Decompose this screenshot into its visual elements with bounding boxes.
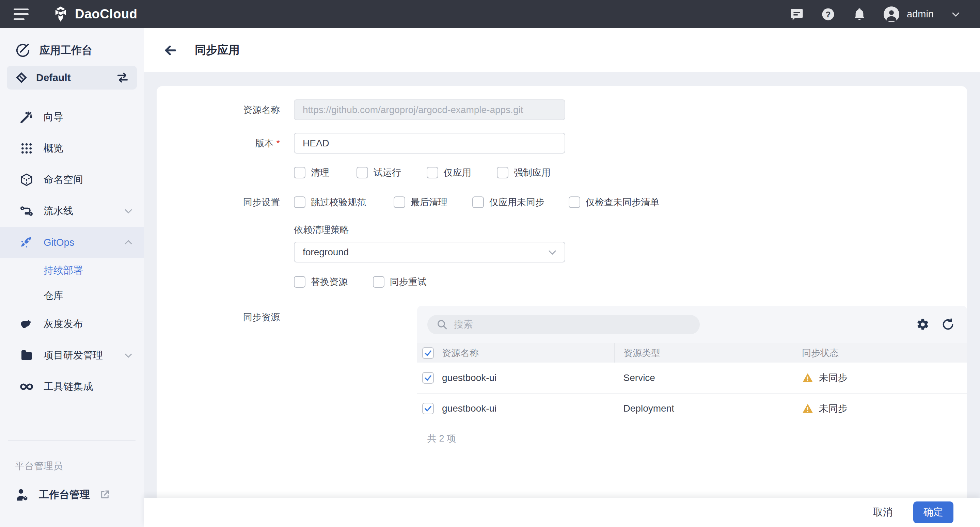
- select-chevron-down-icon: [547, 247, 558, 258]
- sync-settings-row: 同步设置 跳过校验规范 最后清理 仅应用未同步 仅检查未同步清单: [157, 196, 967, 208]
- topbar: DaoCloud ? admin: [0, 0, 980, 28]
- resource-type: Deployment: [615, 393, 793, 424]
- sidebar-item-pipelines[interactable]: 流水线: [0, 195, 144, 227]
- sync-retry-checkbox[interactable]: 同步重试: [373, 276, 427, 288]
- column-header-name: 资源名称: [442, 347, 479, 359]
- sidebar-bottom-divider: [8, 440, 135, 441]
- admin-user-icon: [15, 487, 29, 502]
- sidebar: 应用工作台 Default 向导 概览: [0, 28, 144, 527]
- apply-out-of-sync-checkbox[interactable]: 仅应用未同步: [472, 196, 569, 208]
- page-titlebar: 同步应用: [144, 28, 980, 72]
- sidebar-item-toolchain[interactable]: 工具链集成: [0, 371, 144, 402]
- infinity-icon: [20, 380, 33, 394]
- sync-resources-row: 同步资源: [157, 306, 967, 455]
- sidebar-item-continuous-deploy[interactable]: 持续部署: [0, 258, 144, 283]
- warning-icon: [802, 403, 813, 414]
- back-arrow-icon[interactable]: [163, 43, 178, 58]
- brand-name: DaoCloud: [75, 7, 137, 21]
- apply-only-checkbox[interactable]: 仅应用: [427, 167, 497, 179]
- resource-name: guestbook-ui: [442, 403, 496, 414]
- table-row[interactable]: guestbook-ui Service 未同步: [417, 363, 967, 393]
- replace-resource-checkbox[interactable]: 替换资源: [294, 276, 373, 288]
- settings-gear-icon[interactable]: [916, 317, 930, 331]
- column-header-type: 资源类型: [615, 343, 793, 363]
- skip-schema-checkbox[interactable]: 跳过校验规范: [294, 196, 394, 208]
- column-header-status: 同步状态: [793, 343, 967, 363]
- revision-label: 版本*: [157, 137, 280, 149]
- force-apply-checkbox[interactable]: 强制应用: [497, 167, 550, 179]
- menu-toggle-icon[interactable]: [14, 8, 29, 20]
- dry-run-checkbox[interactable]: 试运行: [356, 167, 427, 179]
- resource-name-row: 资源名称: [157, 99, 967, 120]
- workbench-admin-label: 工作台管理: [39, 488, 90, 502]
- svg-text:?: ?: [826, 10, 831, 19]
- row-checkbox[interactable]: [422, 403, 434, 414]
- options-row-1: 清理 试运行 仅应用 强制应用: [157, 167, 967, 179]
- sidebar-item-namespaces[interactable]: 命名空间: [0, 164, 144, 195]
- prune-policy-value: foreground: [303, 247, 349, 258]
- bird-icon: [20, 317, 33, 331]
- user-name[interactable]: admin: [907, 8, 934, 20]
- cancel-button[interactable]: 取消: [873, 506, 893, 519]
- revision-input[interactable]: [294, 133, 565, 154]
- notifications-icon[interactable]: [852, 7, 867, 21]
- sidebar-item-gitops[interactable]: GitOps: [0, 227, 144, 258]
- sync-settings-label: 同步设置: [157, 196, 280, 208]
- sidebar-item-overview[interactable]: 概览: [0, 133, 144, 164]
- sidebar-item-gray-release[interactable]: 灰度发布: [0, 308, 144, 340]
- prune-policy-select[interactable]: foreground: [294, 242, 565, 262]
- prune-last-checkbox[interactable]: 最后清理: [394, 196, 472, 208]
- row-checkbox[interactable]: [422, 372, 434, 384]
- required-asterisk: *: [276, 138, 280, 148]
- brand: DaoCloud: [52, 5, 137, 23]
- table-row[interactable]: guestbook-ui Deployment 未同步: [417, 393, 967, 424]
- sidebar-item-project-mgmt[interactable]: 项目研发管理: [0, 340, 144, 371]
- daocloud-logo-icon: [52, 5, 70, 23]
- role-section-label: 平台管理员: [0, 444, 144, 473]
- wand-icon: [20, 110, 33, 124]
- cube-icon: [20, 173, 33, 187]
- status-badge: 未同步: [802, 371, 967, 384]
- sidebar-item-workbench-admin[interactable]: 工作台管理: [0, 473, 144, 502]
- main-area: 同步应用 资源名称 版本* 清理 试运行: [144, 28, 980, 527]
- workbench-title: 应用工作台: [40, 43, 92, 57]
- resource-name-label: 资源名称: [157, 104, 280, 116]
- external-link-icon: [99, 489, 110, 500]
- search-box[interactable]: [427, 315, 700, 334]
- user-chevron-down-icon[interactable]: [951, 9, 961, 19]
- select-all-checkbox[interactable]: [422, 347, 434, 359]
- sidebar-item-repository[interactable]: 仓库: [0, 283, 144, 308]
- confirm-button[interactable]: 确定: [913, 502, 953, 523]
- sidebar-divider: [8, 98, 135, 98]
- messages-icon[interactable]: [790, 7, 804, 21]
- table-header-row: 资源名称 资源类型 同步状态: [417, 343, 967, 363]
- page-title: 同步应用: [195, 43, 240, 58]
- pipeline-icon: [20, 204, 33, 218]
- user-menu[interactable]: [884, 6, 899, 22]
- chevron-down-icon: [123, 206, 134, 216]
- search-input[interactable]: [454, 319, 672, 330]
- prune-checkbox[interactable]: 清理: [294, 167, 356, 179]
- sidebar-item-wizard[interactable]: 向导: [0, 102, 144, 133]
- resource-type: Service: [615, 363, 793, 393]
- workspace-name: Default: [36, 72, 71, 83]
- workspace-selector[interactable]: Default: [7, 66, 137, 89]
- action-footer: 取消 确定: [144, 498, 980, 527]
- switch-workspace-icon[interactable]: [116, 71, 129, 84]
- table-total-count: 共 2 项: [417, 424, 967, 455]
- chevron-down-icon: [123, 350, 134, 360]
- resources-toolbar: [417, 306, 967, 343]
- options-row-2: 替换资源 同步重试: [294, 276, 967, 288]
- warning-icon: [802, 372, 813, 384]
- resource-name-input: [294, 99, 565, 120]
- status-badge: 未同步: [802, 402, 967, 415]
- folder-icon: [20, 349, 33, 362]
- refresh-icon[interactable]: [941, 317, 955, 331]
- content-background: 资源名称 版本* 清理 试运行 仅应用: [144, 72, 980, 498]
- help-icon[interactable]: ?: [821, 7, 835, 21]
- check-manifest-checkbox[interactable]: 仅检查未同步清单: [569, 196, 659, 208]
- prune-policy-label: 依赖清理策略: [294, 224, 967, 236]
- revision-row: 版本*: [157, 133, 967, 154]
- workspace-icon: [15, 71, 28, 84]
- avatar: [884, 6, 899, 22]
